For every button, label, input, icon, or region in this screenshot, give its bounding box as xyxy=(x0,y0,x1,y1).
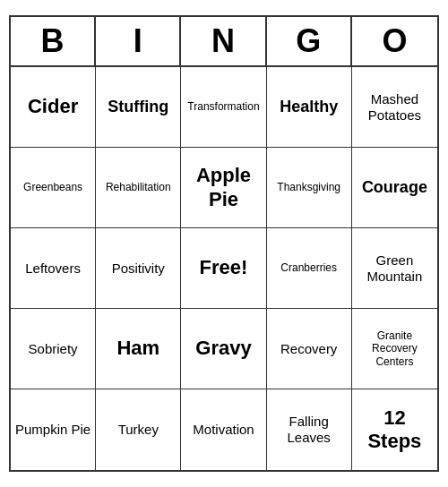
cell-text: Cranberries xyxy=(280,261,337,274)
bingo-cell[interactable]: Stuffing xyxy=(96,67,181,148)
cell-text: Courage xyxy=(362,178,427,198)
header-letter: O xyxy=(352,17,437,65)
bingo-header: BINGO xyxy=(11,17,437,67)
bingo-cell[interactable]: Cranberries xyxy=(267,228,352,309)
bingo-grid: CiderStuffingTransformationHealthyMashed… xyxy=(11,67,437,470)
cell-text: Thanksgiving xyxy=(277,181,340,193)
bingo-cell[interactable]: Gravy xyxy=(181,309,266,389)
cell-text: Gravy xyxy=(195,337,251,360)
cell-text: Mashed Potatoes xyxy=(356,91,434,124)
bingo-cell[interactable]: Transformation xyxy=(181,67,266,148)
bingo-cell[interactable]: Recovery xyxy=(267,309,352,389)
bingo-card: BINGO CiderStuffingTransformationHealthy… xyxy=(9,15,439,472)
cell-text: Green Mountain xyxy=(356,252,434,285)
bingo-cell[interactable]: Rehabilitation xyxy=(96,148,181,228)
bingo-cell[interactable]: Green Mountain xyxy=(352,228,437,309)
bingo-cell[interactable]: Turkey xyxy=(96,389,181,470)
header-letter: B xyxy=(11,17,96,65)
bingo-cell[interactable]: Free! xyxy=(181,228,266,309)
bingo-cell[interactable]: Positivity xyxy=(96,228,181,309)
bingo-cell[interactable]: Apple Pie xyxy=(181,148,266,228)
cell-text: Transformation xyxy=(187,100,259,113)
cell-text: Motivation xyxy=(193,422,254,438)
cell-text: Healthy xyxy=(280,98,338,117)
bingo-cell[interactable]: Greenbeans xyxy=(11,148,96,228)
cell-text: Stuffing xyxy=(108,98,168,117)
header-letter: I xyxy=(96,17,181,65)
cell-text: Leftovers xyxy=(25,261,81,277)
header-letter: G xyxy=(267,17,352,65)
cell-text: Cider xyxy=(28,95,78,118)
cell-text: Sobriety xyxy=(29,341,78,357)
bingo-cell[interactable]: Pumpkin Pie xyxy=(11,389,96,470)
bingo-cell[interactable]: Cider xyxy=(11,67,96,148)
cell-text: Positivity xyxy=(112,261,165,277)
cell-text: Ham xyxy=(116,337,159,360)
cell-text: Pumpkin Pie xyxy=(15,422,90,438)
bingo-cell[interactable]: Healthy xyxy=(267,67,352,148)
bingo-cell[interactable]: Falling Leaves xyxy=(267,389,352,470)
bingo-cell[interactable]: Ham xyxy=(96,309,181,389)
bingo-cell[interactable]: Mashed Potatoes xyxy=(352,67,437,148)
cell-text: Apple Pie xyxy=(185,164,262,211)
cell-text: Granite Recovery Centers xyxy=(356,329,434,368)
cell-text: Free! xyxy=(200,256,248,279)
bingo-cell[interactable]: Granite Recovery Centers xyxy=(352,309,437,389)
bingo-cell[interactable]: Motivation xyxy=(181,389,266,470)
bingo-cell[interactable]: 12 Steps xyxy=(352,389,437,470)
cell-text: Recovery xyxy=(280,341,337,357)
cell-text: Rehabilitation xyxy=(106,181,171,193)
bingo-cell[interactable]: Thanksgiving xyxy=(267,148,352,228)
bingo-cell[interactable]: Courage xyxy=(352,148,437,228)
bingo-cell[interactable]: Leftovers xyxy=(11,228,96,309)
cell-text: Greenbeans xyxy=(23,181,82,193)
cell-text: Turkey xyxy=(118,422,159,438)
header-letter: N xyxy=(181,17,266,65)
cell-text: Falling Leaves xyxy=(271,414,348,446)
cell-text: 12 Steps xyxy=(356,406,434,454)
bingo-cell[interactable]: Sobriety xyxy=(11,309,96,389)
